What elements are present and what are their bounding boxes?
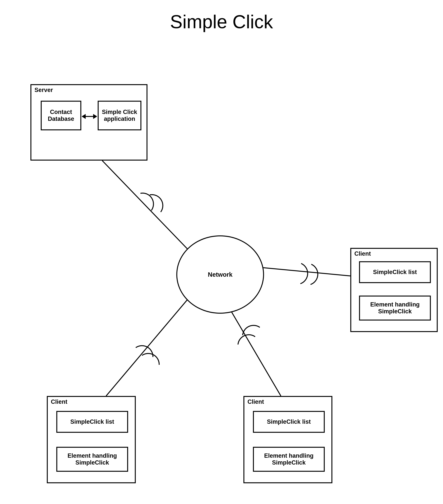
network-label: Network <box>208 271 232 278</box>
client-list-label: SimpleClick list <box>267 418 311 425</box>
network-node: Network <box>176 235 264 314</box>
client-label: Client <box>51 398 67 405</box>
client-simpleclick-list: SimpleClick list <box>56 411 128 433</box>
client-simpleclick-list: SimpleClick list <box>359 261 431 283</box>
server-app-box: Simple Click application <box>98 101 141 130</box>
server-contact-database: Contact Database <box>41 101 81 130</box>
server-app-label: Simple Click application <box>100 109 139 122</box>
client-element-handler: Element handling SimpleClick <box>253 447 325 472</box>
diagram-title: Simple Click <box>0 11 443 33</box>
client-handler-label: Element handling SimpleClick <box>255 452 322 466</box>
client-box-bottom-left: Client SimpleClick list Element handling… <box>47 396 136 483</box>
svg-line-2 <box>106 299 188 396</box>
client-list-label: SimpleClick list <box>373 269 417 276</box>
svg-line-3 <box>228 306 281 396</box>
server-contact-database-label: Contact Database <box>43 109 79 122</box>
diagram-canvas: Simple Click Server Contact Database <box>0 0 443 504</box>
client-handler-label: Element handling SimpleClick <box>362 301 428 315</box>
server-box: Server Contact Database Simple Click app… <box>30 84 147 161</box>
svg-line-1 <box>260 267 350 276</box>
client-simpleclick-list: SimpleClick list <box>253 411 325 433</box>
svg-line-0 <box>102 161 188 250</box>
client-box-bottom-middle: Client SimpleClick list Element handling… <box>243 396 332 483</box>
server-label: Server <box>35 87 53 93</box>
client-element-handler: Element handling SimpleClick <box>359 296 431 321</box>
client-box-right: Client SimpleClick list Element handling… <box>350 248 438 332</box>
client-label: Client <box>354 250 371 257</box>
client-handler-label: Element handling SimpleClick <box>59 452 126 466</box>
client-element-handler: Element handling SimpleClick <box>56 447 128 472</box>
client-label: Client <box>248 398 264 405</box>
client-list-label: SimpleClick list <box>70 418 114 425</box>
bidirectional-arrow-icon <box>82 114 97 119</box>
